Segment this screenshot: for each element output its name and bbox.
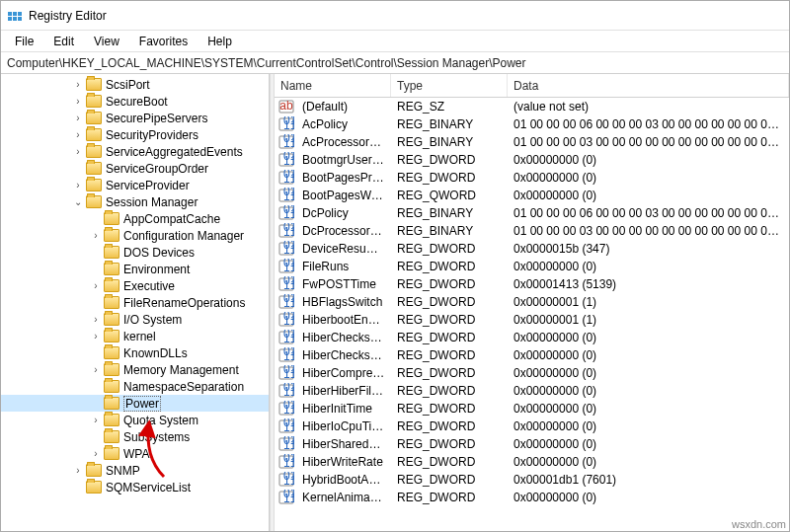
svg-text:110: 110 [283,314,294,328]
expander-icon[interactable]: › [72,146,84,158]
string-value-icon: ab [278,99,294,114]
tree-item-knowndlls[interactable]: KnownDLLs [1,344,269,361]
folder-icon [104,380,119,393]
value-data: 0x00001413 (5139) [508,277,789,291]
tree-item-memory-management[interactable]: ›Memory Management [1,361,269,378]
tree-label: SubSystems [123,430,190,444]
svg-text:110: 110 [283,118,294,132]
expander-icon[interactable]: › [90,364,102,376]
value-row[interactable]: 011110HBFlagsSwitchREG_DWORD0x00000001 (… [275,293,789,311]
tree-item-filerenameoperations[interactable]: FileRenameOperations [1,294,269,311]
header-type[interactable]: Type [391,74,508,97]
value-row[interactable]: 011110AcPolicyREG_BINARY01 00 00 00 06 0… [275,115,789,133]
expander-icon[interactable]: › [72,79,84,91]
menu-favorites[interactable]: Favorites [129,33,198,50]
address-bar[interactable]: Computer\HKEY_LOCAL_MACHINE\SYSTEM\Curre… [1,52,789,74]
value-row[interactable]: 011110BootPagesProce...REG_DWORD0x000000… [275,169,789,187]
value-row[interactable]: 011110DeviceResumeTi...REG_DWORD0x000001… [275,240,789,258]
value-row[interactable]: 011110HiberInitTimeREG_DWORD0x00000000 (… [275,400,789,418]
tree-item-wpa[interactable]: ›WPA [1,445,269,462]
folder-icon [104,430,119,443]
menu-file[interactable]: File [5,33,43,50]
value-row[interactable]: 011110BootPagesWrittenREG_QWORD0x0000000… [275,187,789,204]
value-row[interactable]: 011110HiberChecksum...REG_DWORD0x0000000… [275,329,789,346]
tree-item-kernel[interactable]: ›kernel [1,328,269,344]
expander-icon[interactable]: › [90,314,102,326]
tree-item-sqmservicelist[interactable]: SQMServiceList [1,479,269,495]
tree-label: ScsiPort [106,78,150,92]
tree-item-subsystems[interactable]: SubSystems [1,428,269,445]
value-row[interactable]: 011110HiberbootEnabledREG_DWORD0x0000000… [275,311,789,329]
value-row[interactable]: 011110HiberCompress...REG_DWORD0x0000000… [275,364,789,382]
tree-item-appcompatcache[interactable]: AppCompatCache [1,210,269,227]
expander-icon[interactable]: › [90,448,102,460]
tree-label: WPA [123,447,149,461]
tree-item-secureboot[interactable]: ›SecureBoot [1,93,269,110]
value-name: (Default) [296,100,391,114]
tree-item-serviceaggregatedevents[interactable]: ›ServiceAggregatedEvents [1,143,269,160]
value-row[interactable]: 011110HiberWriteRateREG_DWORD0x00000000 … [275,453,789,471]
tree-item-session-manager[interactable]: ⌄Session Manager [1,193,269,210]
value-type: REG_DWORD [391,348,508,362]
tree-label: FileRenameOperations [123,296,245,310]
value-row[interactable]: ab(Default)REG_SZ(value not set) [275,98,789,115]
menu-view[interactable]: View [84,33,129,50]
tree-item-i-o-system[interactable]: ›I/O System [1,311,269,328]
expander-icon[interactable]: › [72,96,84,108]
tree-item-namespaceseparation[interactable]: NamespaceSeparation [1,378,269,395]
value-row[interactable]: 011110FwPOSTTimeREG_DWORD0x00001413 (513… [275,275,789,293]
tree-item-scsiport[interactable]: ›ScsiPort [1,76,269,93]
expander-icon [90,347,102,359]
tree-item-servicegrouporder[interactable]: ServiceGroupOrder [1,160,269,177]
tree-item-securityproviders[interactable]: ›SecurityProviders [1,126,269,143]
value-row[interactable]: 011110DcPolicyREG_BINARY01 00 00 00 06 0… [275,204,789,222]
menu-edit[interactable]: Edit [43,33,84,50]
expander-icon[interactable]: › [90,415,102,426]
tree-item-power[interactable]: Power [1,395,269,412]
values-pane[interactable]: Name Type Data ab(Default)REG_SZ(value n… [275,74,789,531]
value-name: HiberSharedBuff... [296,437,391,451]
expander-icon[interactable]: › [90,230,102,242]
tree-label: ServiceGroupOrder [106,162,208,176]
expander-icon[interactable]: › [72,465,84,477]
value-row[interactable]: 011110HiberIoCpuTimeREG_DWORD0x00000000 … [275,418,789,435]
expander-icon[interactable]: ⌄ [72,196,84,208]
value-row[interactable]: 011110HiberHiberFileTi...REG_DWORD0x0000… [275,382,789,400]
list-header: Name Type Data [275,74,789,98]
tree-item-quota-system[interactable]: ›Quota System [1,412,269,428]
tree-item-configuration-manager[interactable]: ›Configuration Manager [1,227,269,244]
value-row[interactable]: 011110AcProcessorPoli...REG_BINARY01 00 … [275,133,789,151]
value-row[interactable]: 011110BootmgrUserInp...REG_DWORD0x000000… [275,151,789,169]
tree-item-snmp[interactable]: ›SNMP [1,462,269,479]
expander-icon[interactable]: › [90,331,102,342]
tree-label: SQMServiceList [106,481,191,494]
value-row[interactable]: 011110HiberChecksum...REG_DWORD0x0000000… [275,346,789,364]
tree-item-executive[interactable]: ›Executive [1,277,269,294]
folder-icon [104,263,119,275]
value-name: BootPagesWritten [296,189,391,202]
tree-label: DOS Devices [123,246,195,260]
tree-item-serviceprovider[interactable]: ›ServiceProvider [1,177,269,193]
value-type: REG_DWORD [391,295,508,309]
expander-icon[interactable]: › [72,113,84,124]
expander-icon[interactable]: › [72,129,84,141]
value-row[interactable]: 011110KernelAnimati...REG_DWORD0x0000000… [275,489,789,506]
tree-pane[interactable]: ›ScsiPort›SecureBoot›SecurePipeServers›S… [1,74,270,531]
menu-help[interactable]: Help [198,33,242,50]
tree-item-securepipeservers[interactable]: ›SecurePipeServers [1,110,269,126]
svg-text:110: 110 [283,154,294,168]
header-name[interactable]: Name [275,74,391,97]
expander-icon[interactable]: › [90,280,102,292]
tree-item-environment[interactable]: Environment [1,261,269,277]
value-data: 0x00000001 (1) [508,295,789,309]
svg-text:110: 110 [283,403,294,417]
tree-item-dos-devices[interactable]: DOS Devices [1,244,269,261]
value-row[interactable]: 011110HiberSharedBuff...REG_DWORD0x00000… [275,435,789,453]
expander-icon[interactable]: › [72,180,84,191]
value-row[interactable]: 011110FileRunsREG_DWORD0x00000000 (0) [275,258,789,275]
value-row[interactable]: 011110DcProcessorPoli...REG_BINARY01 00 … [275,222,789,240]
svg-text:110: 110 [283,261,294,274]
header-data[interactable]: Data [508,74,789,97]
value-row[interactable]: 011110HybridBootAni...REG_DWORD0x00001db… [275,471,789,489]
svg-rect-4 [13,17,17,21]
